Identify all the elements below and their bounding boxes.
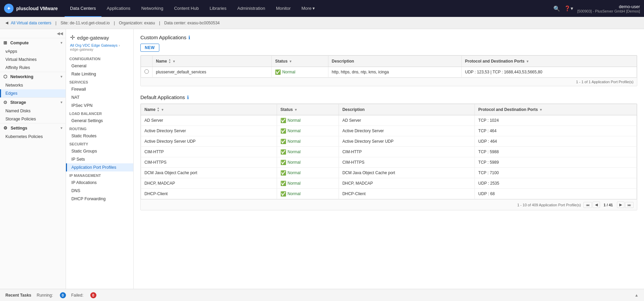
compute-items: vApps Virtual Machines Affinity Rules [0,47,66,72]
nav-networking[interactable]: Networking [136,0,169,17]
name-filter-icon[interactable]: ▼ [172,60,176,63]
security-ip-sets[interactable]: IP Sets [66,155,133,163]
all-vdc-link[interactable]: All Virtual data centers [11,21,51,25]
nav-libraries[interactable]: Libraries [204,0,232,17]
table-row[interactable]: CIM-HTTP ✅Normal CIM-HTTP TCP : 5988 [141,147,637,157]
default-name-sort-icon[interactable]: ▲▼ [157,107,160,112]
custom-app-protocol: UDP : 123,53 | TCP : 1688,443,53,5665,80 [461,67,637,77]
sidebar-item-vapps[interactable]: vApps [0,47,66,55]
networking-section-header[interactable]: ⬡ Networking ▾ [0,72,66,81]
sidebar-collapse-button[interactable]: ◀◀ [57,31,63,36]
sidebar-item-edges[interactable]: Edges [0,89,66,97]
default-status-filter-icon[interactable]: ▼ [294,108,298,112]
lb-general-settings[interactable]: General Settings [66,117,133,125]
nav-data-centers[interactable]: Data Centers [65,0,101,17]
settings-section-header[interactable]: ⚙ Settings ▾ [0,123,66,133]
tasks-expand-icon[interactable]: ▲ [635,293,639,298]
routing-group-label: Routing [66,125,133,132]
protocol-filter-icon[interactable]: ▼ [526,60,529,63]
default-app-name: DCM Java Object Cache port [141,168,277,178]
security-app-port-profiles[interactable]: Application Port Profiles [66,163,133,171]
default-apps-title-text: Default Applications [140,94,185,100]
table-row[interactable]: Active Directory Server UDP ✅Normal Acti… [141,136,637,147]
back-icon: ◀ [5,21,8,25]
default-apps-info-icon[interactable]: ℹ [187,95,189,100]
page-prev-button[interactable]: ◀ [593,202,600,208]
default-applications-section: Default Applications ℹ Name ▲▼ ▼ [140,94,637,210]
page-next-button[interactable]: ▶ [617,202,624,208]
service-ipsec-vpn[interactable]: IPSec VPN [66,101,133,110]
default-apps-table: Name ▲▼ ▼ Status ▼ [141,104,637,199]
sidebar-item-kubernetes-policies[interactable]: Kubernetes Policies [0,133,66,141]
networking-icon: ⬡ [3,74,7,79]
ip-dns[interactable]: DNS [66,187,133,195]
table-row[interactable]: CIM-HTTPS ✅Normal CIM-HTTPS TCP : 5989 [141,157,637,168]
failed-count-badge: 0 [90,292,96,298]
sidebar-item-virtual-machines[interactable]: Virtual Machines [0,55,66,64]
nav-content-hub[interactable]: Content Hub [169,0,204,17]
table-row[interactable]: Active Directory Server ✅Normal Active D… [141,126,637,136]
sidebar-item-affinity-rules[interactable]: Affinity Rules [0,64,66,72]
status-filter-icon[interactable]: ▼ [289,60,292,63]
settings-icon: ⚙ [3,126,7,131]
custom-apps-info-icon[interactable]: ℹ [188,35,190,40]
page-first-button[interactable]: ⏮ [583,202,592,208]
nav-more[interactable]: More ▾ [296,0,320,17]
table-row[interactable]: DHCP-Client ✅Normal DHCP-Client UDP : 68 [141,189,637,199]
nav-applications[interactable]: Applications [101,0,136,17]
table-row[interactable]: plusserver_default_services ✅Normal http… [141,67,637,77]
storage-section-header[interactable]: ⊙ Storage ▾ [0,97,66,107]
org-info: Organization: exasu [119,21,155,25]
default-app-protocol: UDP : 2535 [475,178,637,189]
nav-administration[interactable]: Administration [232,0,271,17]
new-custom-app-button[interactable]: NEW [140,44,159,52]
table-row[interactable]: DCM Java Object Cache port ✅Normal DCM J… [141,168,637,178]
storage-items: Named Disks Storage Policies [0,107,66,123]
service-firewall[interactable]: Firewall [66,85,133,93]
logo[interactable]: ✦ pluscloud VMware [4,4,58,13]
help-icon[interactable]: ❓▾ [564,5,573,11]
default-name-filter-icon[interactable]: ▼ [161,108,164,112]
security-static-groups[interactable]: Static Groups [66,147,133,155]
default-app-status: ✅Normal [277,115,339,126]
default-app-protocol: UDP : 68 [475,189,637,199]
default-app-status: ✅Normal [277,157,339,168]
sidebar-item-storage-policies[interactable]: Storage Policies [0,115,66,123]
compute-section-header[interactable]: ⊞ Compute ▾ [0,38,66,47]
breadcrumb-separator-3: | [159,21,160,25]
page-last-button[interactable]: ⏭ [625,202,634,208]
user-info[interactable]: demo-user [500903] - PlusServer GmbH [De… [577,4,640,13]
default-app-desc: CIM-HTTP [339,147,475,157]
config-rate-limiting[interactable]: Rate Limiting [66,70,133,78]
default-app-status: ✅Normal [277,189,339,199]
sidebar-item-named-disks[interactable]: Named Disks [0,107,66,115]
edge-gateways-link[interactable]: All Org VDC Edge Gateways [70,43,118,47]
sidebar-item-networks[interactable]: Networks [0,81,66,89]
status-check-icon: ✅ [280,191,286,196]
lb-group-label: Load Balancer [66,110,133,117]
routing-static-routes[interactable]: Static Routes [66,132,133,140]
default-protocol-filter-icon[interactable]: ▼ [539,108,543,112]
ip-allocations[interactable]: IP Allocations [66,179,133,187]
search-icon[interactable]: 🔍 [553,5,560,12]
current-page-crumb: edge-gateway [70,47,93,51]
settings-collapse-icon: ▾ [61,126,62,130]
radio-cell[interactable] [141,67,153,77]
main-area: ◀◀ ⊞ Compute ▾ vApps Virtual Machines Af… [0,29,644,289]
name-sort-icon[interactable]: ▲▼ [168,59,171,64]
table-row[interactable]: AD Server ✅Normal AD Server TCP : 1024 [141,115,637,126]
custom-app-name: plusserver_default_services [153,67,272,77]
default-app-desc: CIM-HTTPS [339,157,475,168]
custom-desc-header: Description [328,56,461,67]
service-nat[interactable]: NAT [66,93,133,101]
table-row[interactable]: DHCP, MADCAP ✅Normal DHCP, MADCAP UDP : … [141,178,637,189]
main-content: Custom Applications ℹ NEW Name ▲▼ ▼ [134,29,644,289]
default-app-desc: Active Directory Server [339,126,475,136]
default-app-desc: AD Server [339,115,475,126]
page-header: ✛ edge-gateway All Org VDC Edge Gateways… [66,29,133,55]
config-general[interactable]: General [66,62,133,70]
nav-monitor[interactable]: Monitor [271,0,296,17]
default-app-protocol: TCP : 1024 [475,115,637,126]
tasks-title: Recent Tasks [5,293,31,298]
ip-dhcp-forwarding[interactable]: DHCP Forwarding [66,195,133,203]
